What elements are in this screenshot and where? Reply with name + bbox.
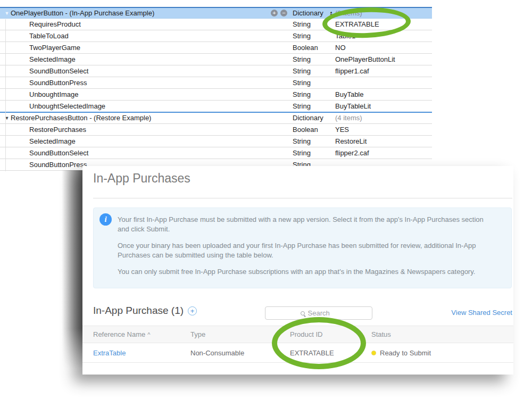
plist-key-cell: ▼ SoundButtonSelect + − [0, 65, 293, 77]
plist-value-cell[interactable] [335, 77, 432, 88]
plist-type-cell[interactable]: Dictionary ▴▾ [293, 112, 335, 123]
plist-row[interactable]: ▼ RestorePurchases + − Boolean ▴▾ YES [0, 124, 432, 136]
plist-value-cell[interactable]: OnePlayerButtonLit [335, 54, 432, 65]
annotation-circle-productid-extratable [272, 317, 366, 369]
plist-key-cell: ▼ SelectedImage + − [0, 136, 293, 147]
status-cell: Ready to Submit [371, 349, 513, 357]
plist-row[interactable]: ▼ SelectedImage + − String ▴▾ OnePlayerB… [0, 54, 432, 65]
plist-key-label: RequiresProduct [29, 19, 81, 30]
plist-type-cell[interactable]: String ▴▾ [293, 101, 335, 112]
plist-key-label: UnboughtSelectedImage [29, 101, 105, 112]
plist-row[interactable]: ▼ SoundButtonSelect + − String ▴▾ flippe… [0, 65, 432, 77]
header-status[interactable]: Status [371, 330, 513, 338]
plist-key-cell: ▼ RestorePurchasesButton - (Restore Exam… [0, 112, 293, 123]
add-row-button[interactable]: + [271, 10, 278, 16]
plist-type-label: String [293, 31, 311, 41]
plist-key-label: SelectedImage [29, 54, 76, 65]
plist-value-label: NO [335, 43, 346, 53]
plist-type-cell[interactable]: String ▴▾ [293, 54, 335, 65]
plist-type-cell[interactable]: String ▴▾ [293, 65, 335, 77]
plist-value-cell[interactable]: flipper2.caf [335, 147, 432, 159]
plist-key-label: TableToLoad [29, 31, 69, 41]
disclosure-triangle-icon[interactable]: ▼ [3, 8, 11, 19]
sort-ascending-icon: ^ [147, 331, 150, 338]
reference-name-cell: ExtraTable [82, 349, 190, 357]
plist-value-label: (4 items) [335, 113, 362, 123]
plist-value-cell[interactable]: BuyTableLit [335, 101, 432, 112]
plist-value-label: BuyTable [335, 89, 363, 100]
plist-key-cell: ▼ RequiresProduct + − [0, 19, 293, 30]
plist-type-label: Boolean [293, 124, 318, 135]
status-dot-icon [371, 351, 376, 355]
plist-type-cell[interactable]: String ▴▾ [293, 89, 335, 100]
plist-type-label: String [293, 148, 311, 159]
plist-row[interactable]: ▼ RestorePurchasesButton - (Restore Exam… [0, 112, 432, 124]
search-input[interactable] [308, 309, 337, 317]
plist-key-label: OnePlayerButton - (In-App Purchase Examp… [11, 8, 154, 19]
plist-key-cell: ▼ UnboughtSelectedImage + − [0, 101, 293, 112]
plist-key-cell: ▼ OnePlayerButton - (In-App Purchase Exa… [0, 8, 293, 18]
search-icon [301, 311, 305, 315]
plist-key-label: SelectedImage [29, 136, 76, 147]
plist-row[interactable]: ▼ UnboughtSelectedImage + − String ▴▾ Bu… [0, 101, 432, 112]
plist-type-label: String [293, 66, 311, 77]
info-paragraph-3: You can only submit free In-App Purchase… [118, 267, 491, 277]
plist-key-cell: ▼ SoundButtonSelect + − [0, 147, 293, 159]
plist-value-label: RestoreLit [335, 136, 367, 147]
header-reference-name[interactable]: Reference Name^ [82, 330, 190, 338]
plist-type-label: String [293, 101, 311, 112]
composite-screenshot: ▼ OnePlayerButton - (In-App Purchase Exa… [0, 0, 532, 399]
info-icon: i [99, 213, 112, 226]
plist-key-cell: ▼ TableToLoad + − [0, 30, 293, 41]
plist-key-cell: ▼ TwoPlayerGame + − [0, 42, 293, 53]
plist-key-label: SoundButtonPress [29, 160, 87, 170]
plist-type-cell[interactable]: Boolean ▴▾ [293, 124, 335, 135]
plist-key-cell: ▼ UnboughtImage + − [0, 89, 293, 100]
plist-type-label: String [293, 89, 311, 100]
plist-value-label: flipper1.caf [335, 66, 369, 77]
view-shared-secret-link[interactable]: View Shared Secret [451, 309, 512, 317]
section-header: In-App Purchase (1) + [93, 305, 197, 317]
plist-key-label: UnboughtImage [29, 89, 79, 100]
plist-type-label: Dictionary [293, 113, 323, 123]
plist-type-cell[interactable]: String ▴▾ [293, 77, 335, 88]
remove-row-button[interactable]: − [280, 10, 287, 16]
plist-key-cell: ▼ RestorePurchases + − [0, 124, 293, 135]
plist-gutter-divider [5, 19, 6, 171]
plist-row[interactable]: ▼ SelectedImage + − String ▴▾ RestoreLit [0, 136, 432, 147]
plist-type-cell[interactable]: Boolean ▴▾ [293, 42, 335, 53]
disclosure-triangle-icon[interactable]: ▼ [3, 113, 11, 123]
plist-row[interactable]: ▼ SoundButtonPress + − String ▴▾ [0, 77, 432, 89]
plist-value-cell[interactable]: BuyTable [335, 89, 432, 100]
add-purchase-icon[interactable]: + [188, 306, 197, 315]
plist-value-label: OnePlayerButtonLit [335, 54, 395, 65]
plist-value-cell[interactable]: (4 items) [335, 112, 432, 123]
status-badge: Ready to Submit [371, 349, 513, 357]
plist-type-cell[interactable]: String ▴▾ [293, 136, 335, 147]
plist-key-cell: ▼ SoundButtonPress + − [0, 77, 293, 88]
plist-type-cell[interactable]: String ▴▾ [293, 30, 335, 41]
plist-type-label: String [293, 19, 311, 30]
plist-value-cell[interactable]: flipper1.caf [335, 65, 432, 77]
plist-key-label: SoundButtonSelect [29, 66, 88, 77]
info-banner-text: Your first In-App Purchase must be submi… [118, 215, 491, 284]
plist-key-label: SoundButtonPress [29, 78, 87, 88]
info-paragraph-2: Once your binary has been uploaded and y… [118, 241, 491, 260]
plist-value-cell[interactable]: NO [335, 42, 432, 53]
section-title: In-App Purchase (1) [93, 305, 184, 317]
plist-type-label: String [293, 136, 311, 147]
plist-value-cell[interactable]: YES [335, 124, 432, 135]
plist-type-cell[interactable]: String ▴▾ [293, 147, 335, 159]
plist-value-label: BuyTableLit [335, 101, 371, 112]
plist-value-label: YES [335, 124, 349, 135]
header-reference-name-label: Reference Name [93, 330, 145, 338]
plist-key-label: RestorePurchasesButton - (Restore Exampl… [11, 113, 151, 123]
plist-row[interactable]: ▼ TwoPlayerGame + − Boolean ▴▾ NO [0, 42, 432, 54]
plist-type-label: String [293, 78, 311, 88]
plist-row[interactable]: ▼ SoundButtonSelect + − String ▴▾ flippe… [0, 147, 432, 159]
reference-name-link[interactable]: ExtraTable [93, 349, 126, 357]
title-divider [93, 198, 512, 198]
plist-row[interactable]: ▼ UnboughtImage + − String ▴▾ BuyTable [0, 89, 432, 101]
page-title: In-App Purchases [93, 171, 190, 186]
plist-value-cell[interactable]: RestoreLit [335, 136, 432, 147]
